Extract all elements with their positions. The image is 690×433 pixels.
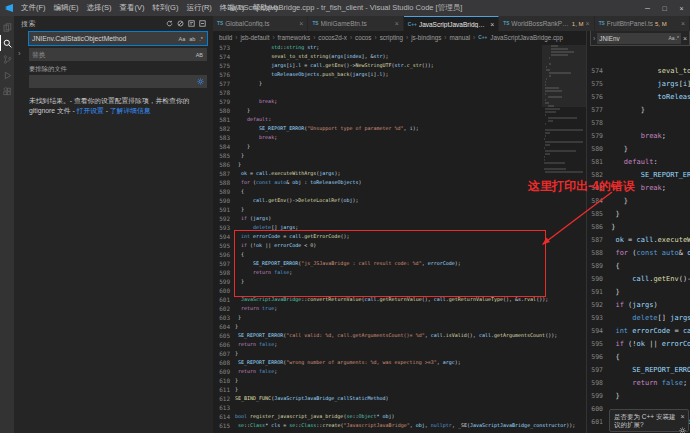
code-line-581[interactable]: 581 default: [587,156,690,169]
line-number[interactable]: 583 [587,182,607,195]
code-line-576[interactable]: 576 toReleaseObjects.push_back(jargs[i].… [587,91,690,104]
code-line-583[interactable]: 583 break; [213,133,586,142]
line-number[interactable]: 581 [587,156,607,169]
line-number[interactable]: 577 [587,104,607,117]
clear-results-icon[interactable] [177,20,184,27]
line-number[interactable]: 614 [213,412,235,421]
line-number[interactable]: 612 [213,394,235,403]
line-number[interactable]: 587 [587,234,607,247]
line-number[interactable]: 585 [587,208,607,221]
line-number[interactable]: 583 [213,133,235,142]
line-number[interactable]: 598 [587,377,607,390]
search-input[interactable]: JNIEnv.CallStaticObjectMethod Aa ab .* [29,32,207,45]
code-line-591[interactable]: 591 } [587,286,690,299]
line-number[interactable]: 577 [213,79,235,88]
line-number[interactable]: 598 [213,268,235,277]
code-line-586[interactable]: 586 } [587,221,690,234]
code-line-596[interactable]: 596 { [213,250,586,259]
code-line-596[interactable]: 596 { [587,351,690,364]
match-case-icon[interactable]: Aa [177,36,186,42]
code-line-593[interactable]: 593 delete[] jargs; [213,223,586,232]
line-number[interactable]: 601 [587,416,607,429]
line-number[interactable]: 595 [213,241,235,250]
code-line-587[interactable]: 587 ok = call.executeWithArgs(jargs); [587,234,690,247]
search-icon[interactable] [0,35,14,51]
line-number[interactable]: 578 [587,117,607,130]
line-number[interactable]: 588 [587,247,607,260]
find-match-case-icon[interactable]: Aa [668,35,674,41]
line-number[interactable]: 579 [587,130,607,143]
line-number[interactable]: 596 [587,351,607,364]
code-line-592[interactable]: 592 if (jargs) [213,214,586,223]
code-line-579[interactable]: 579 break; [587,130,690,143]
close-find-icon[interactable]: × [683,35,687,42]
regex-icon[interactable]: .* [198,36,204,42]
tab-MiniGameBtn.ts[interactable]: TSMiniGameBtn.ts× [308,16,403,31]
code-line-607[interactable]: 607} [213,349,586,358]
code-line-592[interactable]: 592 if (jargs) [587,299,690,312]
source-control-icon[interactable] [0,51,14,67]
line-number[interactable]: 590 [213,196,235,205]
line-number[interactable]: 582 [213,124,235,133]
split-code-lines[interactable]: 574 seval_to_std_string(args[index], &st… [587,65,690,429]
code-line-587[interactable]: 587 ok = call.executeWithArgs(jargs); [213,169,586,178]
code-line-593[interactable]: 593 delete[] jargs; [587,312,690,325]
menu-item[interactable]: 选择(S) [83,3,116,13]
line-number[interactable]: 602 [213,304,235,313]
minimap-slider[interactable] [542,45,586,107]
line-number[interactable]: 581 [213,115,235,124]
line-number[interactable]: 574 [213,52,235,61]
close-tab-icon[interactable]: × [299,20,303,27]
minimize-icon[interactable]: ─ [639,0,656,16]
line-number[interactable]: 594 [213,232,235,241]
toggle-replace-icon[interactable]: › [18,49,21,58]
minimap[interactable] [544,45,584,174]
line-number[interactable]: 576 [213,70,235,79]
breadcrumb-item[interactable]: js-bindings [411,34,441,41]
code-line-599[interactable]: 599 } [213,277,586,286]
code-editor[interactable]: 573 std::string str;574 seval_to_std_str… [213,43,586,433]
line-number[interactable]: 601 [213,295,235,304]
line-number[interactable]: 588 [213,178,235,187]
code-line-575[interactable]: 575 jargs[i].l = call.getEnv()->NewStrin… [587,78,690,91]
code-line-584[interactable]: 584 } [587,195,690,208]
code-line-613[interactable]: 613 [213,403,586,412]
line-number[interactable]: 599 [587,390,607,403]
use-exclude-settings-icon[interactable] [197,78,204,86]
code-line-577[interactable]: 577 } [213,79,586,88]
line-number[interactable]: 573 [213,43,235,52]
code-line-580[interactable]: 580 } [587,143,690,156]
line-number[interactable]: 576 [587,91,607,104]
code-line-576[interactable]: 576 toReleaseObjects.push_back(jargs[i].… [213,70,586,79]
line-number[interactable]: 590 [587,273,607,286]
maximize-icon[interactable]: □ [656,0,673,16]
menu-item[interactable]: 查看(V) [116,3,149,13]
line-number[interactable]: 575 [587,78,607,91]
code-line-588[interactable]: 588 for (const auto& obj : toReleaseObje… [213,178,586,187]
refresh-icon[interactable] [166,20,173,27]
menu-item[interactable]: 编辑(E) [50,3,83,13]
line-number[interactable]: 582 [587,169,607,182]
breadcrumb-item[interactable]: manual [449,34,470,41]
code-line-578[interactable]: 578 [587,117,690,130]
code-line-577[interactable]: 577 } [587,104,690,117]
line-number[interactable]: 608 [213,358,235,367]
code-line-589[interactable]: 589 { [587,260,690,273]
line-number[interactable]: 578 [213,88,235,97]
close-window-icon[interactable]: × [673,0,690,16]
line-number[interactable]: 609 [213,367,235,376]
breadcrumb-item[interactable]: jsb-default [240,34,269,41]
code-line-595[interactable]: 595 if (!ok || errorCode < 0) [587,338,690,351]
code-line-594[interactable]: 594 int errorCode = call.getErrorCode(); [587,325,690,338]
explorer-icon[interactable] [0,19,14,35]
code-line-575[interactable]: 575 jargs[i].l = call.getEnv()->NewStrin… [213,61,586,70]
line-number[interactable]: 592 [587,299,607,312]
line-number[interactable]: 593 [587,312,607,325]
open-settings-link[interactable]: 打开设置 [77,107,104,114]
preserve-case-icon[interactable]: AB [195,52,204,58]
line-number[interactable]: 613 [213,403,235,412]
code-line-588[interactable]: 588 for (const auto& obj : toReleaseObje… [587,247,690,260]
code-line-583[interactable]: 583 break; [587,182,690,195]
find-toggle-replace-icon[interactable]: › [593,35,595,42]
code-line-597[interactable]: 597 SE_REPORT_ERROR("js_JSJavaBridge : c… [213,259,586,268]
